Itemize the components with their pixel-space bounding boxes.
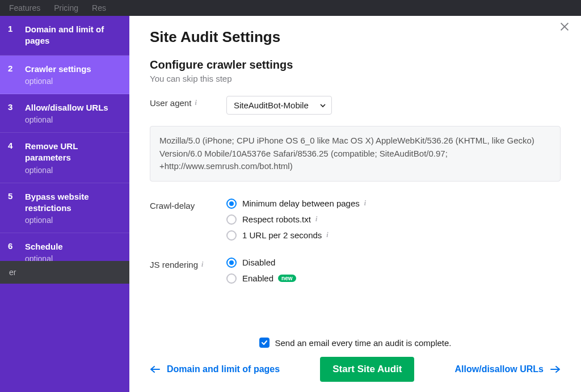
- step-number: 4: [8, 141, 17, 150]
- sidebar-item-allow-disallow[interactable]: 3 Allow/disallow URLs optional: [0, 94, 129, 133]
- sidebar-item-crawler-settings[interactable]: 2 Crawler settings optional: [0, 56, 129, 94]
- info-icon[interactable]: i: [326, 231, 328, 239]
- sidebar-item-sublabel: optional: [25, 216, 121, 225]
- sidebar-item-label: Crawler settings: [25, 64, 91, 75]
- sidebar-item-bypass-restrictions[interactable]: 5 Bypass website restrictions optional: [0, 183, 129, 234]
- main-panel: Site Audit Settings Configure crawler se…: [129, 16, 581, 392]
- info-icon[interactable]: i: [315, 215, 317, 224]
- nav-item-resources[interactable]: Res: [92, 3, 106, 12]
- page-title: Site Audit Settings: [150, 28, 561, 46]
- sidebar-item-sublabel: optional: [25, 166, 121, 175]
- crawl-delay-option-minimum[interactable]: Minimum delay between pagesi: [226, 199, 366, 209]
- radio-icon: [226, 273, 237, 284]
- page-subtitle: Configure crawler settings: [150, 58, 561, 71]
- step-number: 6: [8, 241, 17, 251]
- info-icon[interactable]: i: [201, 260, 203, 269]
- radio-label-text: Minimum delay between pages: [242, 199, 360, 208]
- sidebar-item-label: Domain and limit of pages: [25, 24, 121, 47]
- nav-item-features[interactable]: Features: [9, 3, 40, 12]
- crawl-delay-option-robots[interactable]: Respect robots.txti: [226, 214, 366, 225]
- new-badge: new: [278, 275, 296, 282]
- user-agent-label: User agent i: [150, 96, 226, 108]
- js-rendering-option-enabled[interactable]: Enabled new: [226, 273, 296, 284]
- top-nav: Features Pricing Res: [0, 0, 581, 16]
- step-number: 3: [8, 102, 17, 112]
- step-number: 2: [8, 64, 17, 73]
- sidebar-item-remove-url-params[interactable]: 4 Remove URL parameters optional: [0, 133, 129, 183]
- sidebar-item-label: Remove URL parameters: [25, 141, 121, 164]
- radio-label-text: 1 URL per 2 seconds: [242, 230, 322, 240]
- js-rendering-option-disabled[interactable]: Disabled: [226, 258, 296, 268]
- email-checkbox[interactable]: [259, 338, 270, 348]
- nav-item-pricing[interactable]: Pricing: [54, 3, 78, 12]
- info-icon[interactable]: i: [364, 199, 366, 208]
- sidebar-item-label: Schedule: [25, 241, 63, 252]
- radio-label-text: Disabled: [242, 258, 275, 267]
- step-number: 5: [8, 191, 17, 201]
- radio-label-text: Respect robots.txt: [242, 214, 311, 224]
- info-icon[interactable]: i: [195, 99, 196, 107]
- sidebar-item-label: Bypass website restrictions: [25, 191, 121, 214]
- close-icon: [558, 20, 571, 33]
- arrow-right-icon: [550, 365, 561, 373]
- check-icon: [261, 339, 268, 346]
- prev-step-label: Domain and limit of pages: [167, 364, 280, 376]
- crawl-delay-option-1url2sec[interactable]: 1 URL per 2 secondsi: [226, 230, 366, 241]
- js-rendering-radio-group: Disabled Enabled new: [226, 258, 296, 284]
- background-fragment: er: [0, 261, 129, 284]
- sidebar-item-sublabel: optional: [25, 115, 108, 124]
- sidebar-item-domain-limit[interactable]: 1 Domain and limit of pages: [0, 16, 129, 56]
- page-hint: You can skip this step: [150, 74, 561, 83]
- close-button[interactable]: [558, 20, 571, 35]
- js-rendering-label: JS rendering i: [150, 258, 226, 269]
- radio-icon: [226, 258, 237, 268]
- radio-icon: [226, 199, 237, 209]
- radio-icon: [226, 230, 237, 241]
- arrow-left-icon: [150, 365, 160, 373]
- step-number: 1: [8, 24, 17, 33]
- next-step-label: Allow/disallow URLs: [455, 364, 544, 376]
- user-agent-select[interactable]: SiteAuditBot-Mobile: [226, 96, 332, 115]
- crawl-delay-radio-group: Minimum delay between pagesi Respect rob…: [226, 199, 366, 241]
- sidebar-item-sublabel: optional: [25, 77, 91, 86]
- next-step-link[interactable]: Allow/disallow URLs: [455, 364, 561, 376]
- crawl-delay-label: Crawl-delay: [150, 199, 226, 210]
- radio-label-text: Enabled: [242, 273, 273, 283]
- start-site-audit-button[interactable]: Start Site Audit: [320, 357, 414, 382]
- prev-step-link[interactable]: Domain and limit of pages: [150, 364, 280, 376]
- user-agent-selected: SiteAuditBot-Mobile: [234, 100, 309, 110]
- radio-icon: [226, 214, 237, 225]
- wizard-sidebar: 1 Domain and limit of pages 2 Crawler se…: [0, 16, 129, 392]
- user-agent-string-box: Mozilla/5.0 (iPhone; CPU iPhone OS 6_0 l…: [150, 126, 561, 182]
- sidebar-item-label: Allow/disallow URLs: [25, 102, 108, 113]
- email-checkbox-label: Send an email every time an audit is com…: [275, 338, 452, 348]
